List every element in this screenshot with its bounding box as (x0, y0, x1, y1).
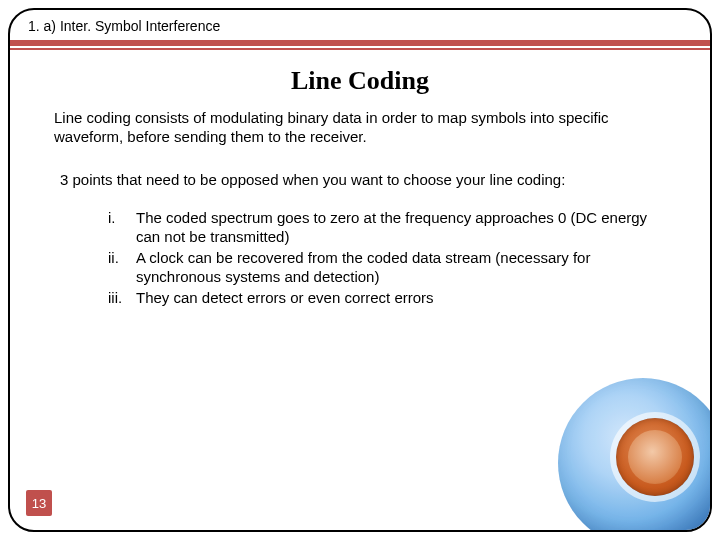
numbered-list: i. The coded spectrum goes to zero at th… (54, 208, 672, 308)
list-item: iii. They can detect errors or even corr… (108, 288, 672, 307)
seal-icon (616, 418, 694, 496)
intro-paragraph: Line coding consists of modulating binar… (54, 108, 672, 146)
university-logo: UNIVERSITY · PLYMOUTH (558, 378, 712, 532)
list-text: The coded spectrum goes to zero at the f… (136, 209, 647, 245)
list-text: A clock can be recovered from the coded … (136, 249, 590, 285)
list-text: They can detect errors or even correct e… (136, 289, 434, 306)
list-item: ii. A clock can be recovered from the co… (108, 248, 672, 286)
list-numeral: iii. (108, 288, 130, 307)
list-numeral: i. (108, 208, 130, 227)
list-item: i. The coded spectrum goes to zero at th… (108, 208, 672, 246)
list-intro: 3 points that need to be opposed when yo… (54, 170, 672, 189)
slide-frame: 1. a) Inter. Symbol Interference Line Co… (8, 8, 712, 532)
divider (10, 40, 710, 52)
list-numeral: ii. (108, 248, 130, 267)
page-number-badge: 13 (26, 490, 52, 516)
slide-title: Line Coding (10, 66, 710, 96)
globe-icon (558, 378, 712, 532)
slide-body: Line coding consists of modulating binar… (10, 108, 710, 308)
logo-ring-text: UNIVERSITY · PLYMOUTH (554, 374, 712, 532)
breadcrumb-header: 1. a) Inter. Symbol Interference (10, 10, 710, 38)
